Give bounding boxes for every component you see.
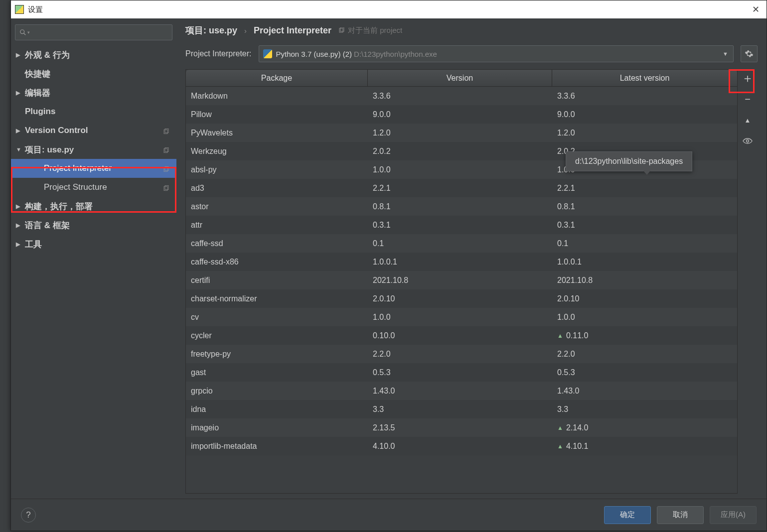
- table-row[interactable]: Pillow9.0.09.0.0: [186, 105, 737, 124]
- copy-icon: [163, 128, 169, 134]
- cancel-button[interactable]: 取消: [657, 506, 704, 524]
- app-icon: [15, 5, 24, 14]
- chevron-right-icon: ›: [244, 26, 247, 35]
- sidebar-sub-item[interactable]: Project Interpreter: [11, 159, 176, 178]
- table-row[interactable]: grpcio1.43.01.43.0: [186, 382, 737, 400]
- upgrade-package-button[interactable]: ▲: [741, 113, 755, 127]
- sidebar-item-label: 快捷键: [25, 68, 50, 80]
- sidebar-item-label: Version Control: [25, 126, 88, 135]
- breadcrumb-project[interactable]: 项目: use.py: [185, 24, 237, 36]
- table-row[interactable]: charset-normalizer2.0.102.0.10: [186, 289, 737, 308]
- sidebar-item[interactable]: Plugins: [11, 102, 176, 121]
- apply-button[interactable]: 应用(A): [710, 506, 757, 524]
- svg-rect-8: [164, 187, 167, 191]
- cell-latest: ▲0.11.0: [552, 331, 737, 340]
- col-latest[interactable]: Latest version: [552, 70, 737, 86]
- col-package[interactable]: Package: [186, 70, 368, 86]
- table-row[interactable]: certifi2021.10.82021.10.8: [186, 271, 737, 289]
- table-row[interactable]: freetype-py2.2.02.2.0: [186, 345, 737, 363]
- table-row[interactable]: attr0.3.10.3.1: [186, 216, 737, 234]
- cell-package: gast: [186, 368, 368, 377]
- cell-latest: 1.0.0: [552, 313, 737, 322]
- cell-latest: 0.8.1: [552, 202, 737, 211]
- help-button[interactable]: ?: [21, 508, 36, 523]
- cell-package: Pillow: [186, 110, 368, 119]
- table-row[interactable]: gast0.5.30.5.3: [186, 363, 737, 382]
- table-row[interactable]: PyWavelets1.2.01.2.0: [186, 124, 737, 142]
- cell-version: 2.0.10: [368, 294, 552, 303]
- svg-rect-7: [165, 167, 168, 171]
- table-row[interactable]: idna3.33.3: [186, 400, 737, 418]
- sidebar-item[interactable]: ▶编辑器: [11, 83, 176, 102]
- cell-version: 1.0.0: [368, 313, 552, 322]
- cell-latest: 3.3.6: [552, 92, 737, 101]
- breadcrumb-hint: 对于当前 project: [338, 26, 402, 35]
- show-early-releases-button[interactable]: [741, 134, 755, 148]
- sidebar-item[interactable]: ▶外观 & 行为: [11, 45, 176, 64]
- table-row[interactable]: cycler0.10.0▲0.11.0: [186, 326, 737, 345]
- cell-package: astor: [186, 202, 368, 211]
- table-row[interactable]: Markdown3.3.63.3.6: [186, 87, 737, 105]
- sidebar-item[interactable]: ▶语言 & 框架: [11, 216, 176, 235]
- ok-button[interactable]: 确定: [604, 506, 651, 524]
- svg-rect-4: [164, 149, 167, 153]
- cell-latest: 0.3.1: [552, 221, 737, 230]
- table-row[interactable]: caffe-ssd0.10.1: [186, 234, 737, 253]
- caret-right-icon: ▶: [16, 241, 20, 248]
- sidebar-sub-item[interactable]: Project Structure: [11, 178, 176, 197]
- cell-latest: ▲4.10.1: [552, 442, 737, 451]
- packages-table: Package Version Latest version Markdown3…: [185, 69, 738, 494]
- cell-version: 1.0.0: [368, 165, 552, 174]
- chevron-down-icon: ▼: [723, 51, 728, 57]
- interpreter-settings-button[interactable]: [741, 45, 758, 62]
- cell-latest: 9.0.0: [552, 110, 737, 119]
- caret-right-icon: ▶: [16, 52, 20, 58]
- svg-point-12: [747, 140, 749, 142]
- table-row[interactable]: importlib-metadata4.10.0▲4.10.1: [186, 437, 737, 455]
- col-version[interactable]: Version: [368, 70, 552, 86]
- cell-package: Markdown: [186, 92, 368, 101]
- remove-package-button[interactable]: −: [741, 92, 755, 106]
- svg-point-0: [20, 30, 24, 34]
- cell-package: charset-normalizer: [186, 294, 368, 303]
- settings-dialog: 设置 ✕ ▾ ▶外观 & 行为快捷键▶编辑器Plugins▶Version Co…: [10, 0, 767, 531]
- cell-package: caffe-ssd: [186, 239, 368, 248]
- dialog-footer: ? 确定 取消 应用(A): [11, 499, 767, 531]
- table-row[interactable]: caffe-ssd-x861.0.0.11.0.0.1: [186, 253, 737, 271]
- svg-line-1: [24, 33, 26, 35]
- caret-right-icon: ▶: [16, 203, 20, 210]
- cell-latest: 3.3: [552, 405, 737, 414]
- sidebar-item[interactable]: 快捷键: [11, 64, 176, 83]
- cell-package: imageio: [186, 423, 368, 432]
- caret-right-icon: ▶: [16, 222, 20, 229]
- close-icon[interactable]: ✕: [749, 4, 763, 15]
- table-row[interactable]: astor0.8.10.8.1: [186, 197, 737, 216]
- sidebar-item-label: Project Structure: [44, 182, 107, 192]
- cell-package: idna: [186, 405, 368, 414]
- add-package-button[interactable]: ＋: [741, 71, 755, 85]
- search-dropdown-icon[interactable]: ▾: [27, 30, 30, 35]
- copy-icon: [338, 27, 345, 34]
- sidebar-item-label: Plugins: [25, 107, 55, 117]
- cell-package: grpcio: [186, 387, 368, 396]
- search-input[interactable]: ▾: [15, 24, 172, 40]
- table-row[interactable]: imageio2.13.5▲2.14.0: [186, 418, 737, 437]
- cell-version: 2.13.5: [368, 423, 552, 432]
- cell-package: freetype-py: [186, 350, 368, 359]
- gear-icon: [745, 49, 754, 58]
- breadcrumb: 项目: use.py › Project Interpreter 对于当前 pr…: [176, 18, 767, 42]
- svg-rect-6: [164, 168, 167, 172]
- sidebar-item[interactable]: ▶工具: [11, 235, 176, 254]
- table-row[interactable]: cv1.0.01.0.0: [186, 308, 737, 326]
- main-panel: 项目: use.py › Project Interpreter 对于当前 pr…: [176, 18, 767, 499]
- cell-package: attr: [186, 221, 368, 230]
- sidebar-item[interactable]: ▶构建，执行，部署: [11, 197, 176, 216]
- sidebar-item[interactable]: ▼项目: use.py: [11, 140, 176, 159]
- table-row[interactable]: ad32.2.12.2.1: [186, 179, 737, 197]
- copy-icon: [163, 146, 169, 153]
- caret-right-icon: ▶: [16, 128, 20, 134]
- sidebar: ▾ ▶外观 & 行为快捷键▶编辑器Plugins▶Version Control…: [11, 18, 176, 499]
- interpreter-select[interactable]: Python 3.7 (use.py) (2) D:\123python\pyt…: [259, 45, 734, 62]
- tooltip-site-packages: d:\123python\lib\site-packages: [566, 151, 692, 171]
- sidebar-item[interactable]: ▶Version Control: [11, 121, 176, 140]
